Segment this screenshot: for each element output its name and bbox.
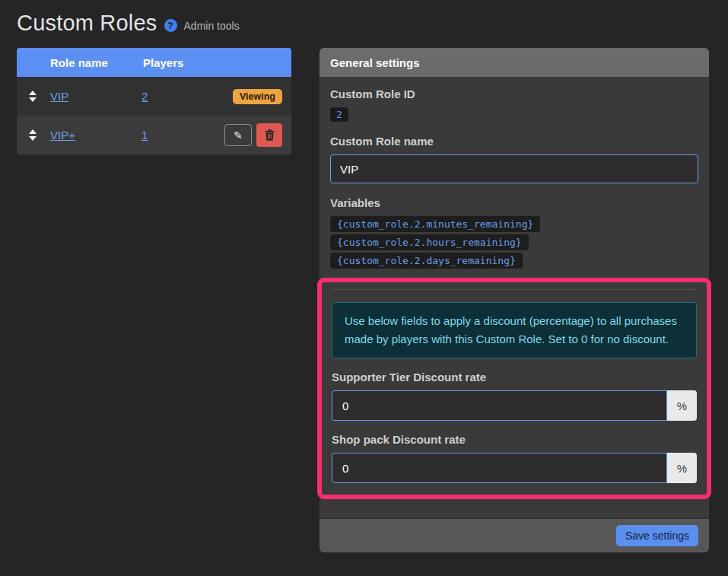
- triangle-up-icon: [29, 91, 37, 95]
- variables-label: Variables: [330, 196, 698, 209]
- players-count-link[interactable]: 2: [141, 90, 148, 103]
- page-header: Custom Roles ? Admin tools: [17, 11, 711, 36]
- shop-pack-discount-group: %: [332, 453, 697, 483]
- section-divider: [332, 289, 696, 290]
- delete-role-button[interactable]: [256, 123, 282, 147]
- trash-icon: [265, 129, 275, 141]
- variable-code-badge: {custom_role.2.hours_remaining}: [330, 234, 529, 250]
- triangle-up-icon: [29, 129, 37, 134]
- supporter-discount-group: %: [332, 390, 697, 421]
- supporter-discount-label: Supporter Tier Discount rate: [332, 371, 697, 383]
- panel-body: Custom Role ID 2 Custom Role name Variab…: [319, 77, 709, 508]
- table-header-row: Role name Players: [17, 48, 291, 77]
- shop-pack-discount-input[interactable]: [332, 453, 667, 483]
- discount-info-alert: Use below fields to apply a discount (pe…: [332, 302, 697, 358]
- drag-sort-icon[interactable]: [29, 129, 37, 141]
- variable-code-badge: {custom_role.2.minutes_remaining}: [330, 216, 540, 232]
- triangle-down-icon: [29, 97, 37, 102]
- table-row-vip: VIP 2 Viewing: [17, 77, 291, 116]
- role-name-link[interactable]: VIP+: [50, 129, 75, 142]
- table-row-vip-plus: VIP+ 1 ✎: [17, 116, 291, 154]
- shop-pack-discount-label: Shop pack Discount rate: [332, 433, 697, 446]
- custom-role-name-input[interactable]: [330, 154, 698, 183]
- players-column-header: Players: [141, 56, 291, 69]
- edit-role-button[interactable]: ✎: [224, 124, 252, 146]
- variable-code-badge: {custom_role.2.days_remaining}: [330, 253, 523, 269]
- role-name-link[interactable]: VIP: [50, 90, 68, 103]
- percent-addon: %: [667, 390, 697, 421]
- role-name-column-header: Role name: [49, 56, 141, 69]
- discount-section-highlight: Use below fields to apply a discount (pe…: [317, 278, 711, 499]
- drag-sort-icon[interactable]: [29, 91, 37, 102]
- page-subtitle: Admin tools: [184, 20, 240, 32]
- custom-role-id-value: 2: [330, 107, 348, 122]
- content: Role name Players VIP 2 Viewing: [17, 48, 711, 552]
- panel-footer: Save settings: [319, 518, 709, 552]
- custom-role-id-label: Custom Role ID: [330, 88, 698, 100]
- triangle-down-icon: [29, 136, 37, 141]
- players-count-link[interactable]: 1: [141, 129, 148, 142]
- page: Custom Roles ? Admin tools Role name Pla…: [0, 0, 728, 552]
- percent-addon: %: [667, 453, 697, 483]
- pencil-icon: ✎: [234, 130, 243, 141]
- roles-table: Role name Players VIP 2 Viewing: [17, 48, 291, 154]
- panel-header: General settings: [319, 48, 709, 77]
- general-settings-panel: General settings Custom Role ID 2 Custom…: [319, 48, 709, 552]
- page-title: Custom Roles: [17, 11, 157, 36]
- question-circle-icon[interactable]: ?: [164, 19, 177, 32]
- supporter-discount-input[interactable]: [332, 390, 667, 421]
- custom-role-name-label: Custom Role name: [330, 135, 698, 148]
- viewing-badge: Viewing: [233, 89, 282, 104]
- save-settings-button[interactable]: Save settings: [616, 525, 698, 546]
